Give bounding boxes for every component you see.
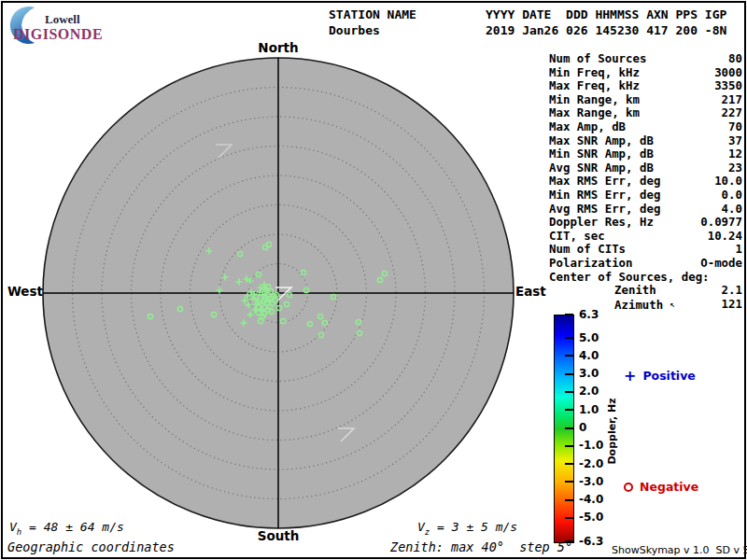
- colorbar-tick-label: -5.0: [579, 511, 603, 524]
- zenith-scale-note: Zenith: max 40° step 5°: [390, 539, 572, 554]
- vertical-velocity-value: Vz = 3 ± 5 m/s: [417, 520, 517, 537]
- label-west: West: [6, 284, 43, 299]
- colorbar-tick-mark: [565, 337, 573, 339]
- label-south: South: [241, 528, 316, 543]
- colorbar-tick-label: 4.0: [579, 349, 599, 362]
- colorbar-tick-mark: [565, 517, 573, 519]
- azimuth-arrow-icon: ↖: [669, 300, 674, 309]
- stat-row: CIT, sec10.24: [549, 230, 742, 244]
- colorbar-tick-label: -3.0: [579, 475, 603, 488]
- colorbar-tick-label: 2.0: [579, 385, 599, 398]
- skymap-plot: [0, 0, 560, 560]
- colorbar-tick-mark: [565, 499, 573, 501]
- colorbar-tick-label: -1.0: [579, 439, 603, 452]
- coordinate-system-label: Geographic coordinates: [7, 539, 175, 554]
- legend-positive: + Positive: [624, 369, 696, 383]
- stat-row: Min Freq, kHz3000: [549, 66, 742, 80]
- colorbar-tick-label: 3.0: [579, 367, 599, 380]
- stat-row: Doppler Res, Hz0.0977: [549, 216, 742, 230]
- label-east: East: [515, 284, 553, 299]
- colorbar-tick-mark: [565, 409, 573, 411]
- colorbar-tick-label: -2.0: [579, 457, 603, 470]
- horizontal-velocity-value: Vh = 48 ± 64 m/s: [9, 520, 124, 537]
- stat-row: Max Amp, dB70: [549, 120, 742, 134]
- colorbar-tick-mark: [565, 427, 573, 429]
- stat-row: Min Range, km217: [549, 93, 742, 107]
- colorbar-tick-label: 6.3: [579, 308, 599, 321]
- colorbar-tick-mark: [565, 355, 573, 357]
- colorbar-tick-label: -4.0: [579, 493, 603, 506]
- software-version: ShowSkymap v 1.0 SD v 5.1: [612, 544, 747, 556]
- stat-row: Zenith2.1: [549, 284, 742, 298]
- label-north: North: [241, 40, 316, 55]
- colorbar-tick-label: -6.3: [579, 535, 603, 548]
- stat-row: Min SNR Amp, dB12: [549, 147, 742, 161]
- legend-negative-label: Negative: [640, 480, 698, 494]
- stat-row: Center of Sources, deg:: [549, 271, 742, 285]
- colorbar-tick-mark: [565, 481, 573, 483]
- stat-row: Max RMS Err, deg10.0: [549, 175, 742, 189]
- colorbar-tick-label: 1.0: [579, 403, 599, 416]
- stat-row: Min RMS Err, deg0.0: [549, 189, 742, 203]
- colorbar-tick-label: 0: [579, 421, 586, 434]
- colorbar-tick-label: 5.0: [579, 331, 599, 344]
- stat-row: Avg RMS Err, deg4.0: [549, 203, 742, 217]
- colorbar-axis-label: Doppler, Hz: [606, 398, 618, 464]
- colorbar-tick-mark: [565, 314, 573, 315]
- stat-row: Avg SNR Amp, dB23: [549, 161, 742, 175]
- measurement-stats-panel: Num of Sources80Min Freq, kHz3000Max Fre…: [549, 52, 742, 312]
- colorbar-tick-mark: [565, 373, 573, 375]
- circle-marker-icon: [624, 483, 633, 492]
- stat-row: PolarizationO-mode: [549, 257, 742, 271]
- stat-row: Num of CITs1: [549, 243, 742, 257]
- colorbar-tick-mark: [565, 463, 573, 465]
- doppler-colorbar: [554, 315, 574, 543]
- stat-row: Num of Sources80: [549, 52, 742, 66]
- showskymap-window: Lowell DIGISONDE STATION NAME YYYY DATE …: [0, 0, 747, 560]
- stat-row: Max Range, km227: [549, 106, 742, 120]
- legend-positive-label: Positive: [642, 369, 695, 383]
- colorbar-tick-mark: [565, 445, 573, 447]
- colorbar-tick-mark: [565, 391, 573, 393]
- stat-row: Max SNR Amp, dB37: [549, 134, 742, 148]
- plus-marker-icon: +: [624, 371, 636, 381]
- stat-row: Max Freq, kHz3350: [549, 79, 742, 93]
- legend-negative: Negative: [624, 480, 698, 494]
